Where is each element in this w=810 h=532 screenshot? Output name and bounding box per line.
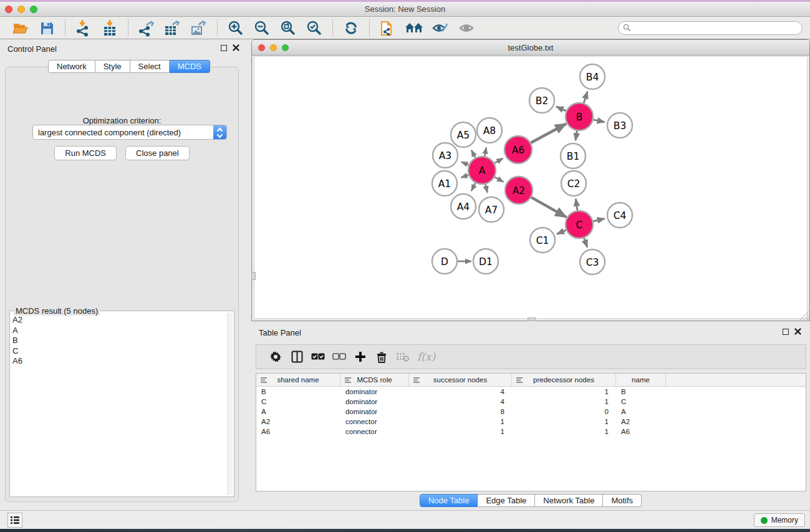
close-panel-icon[interactable] [233, 44, 239, 51]
node-C4[interactable]: C4 [607, 203, 632, 228]
first-neighbors-button[interactable] [405, 19, 423, 37]
delete-columns-button[interactable] [371, 347, 392, 366]
node-B2[interactable]: B2 [529, 88, 554, 113]
edge-A-A2[interactable] [494, 177, 503, 182]
node-A1[interactable]: A1 [432, 171, 457, 196]
edge-A-A7[interactable] [485, 184, 487, 192]
apply-layout-button[interactable] [342, 19, 360, 37]
edge-B-B1[interactable] [576, 131, 577, 141]
close-panel-icon[interactable] [794, 328, 801, 335]
node-A5[interactable]: A5 [451, 122, 476, 147]
save-session-button[interactable] [37, 19, 56, 37]
edge-A-A4[interactable] [471, 183, 476, 191]
node-B[interactable]: B [566, 103, 593, 130]
edge-A-A1[interactable] [461, 175, 468, 178]
mcds-result-list[interactable]: A2ABCA6 [12, 315, 226, 495]
close-panel-button[interactable]: Close panel [125, 146, 190, 160]
node-A4[interactable]: A4 [451, 194, 476, 219]
edge-A-A8[interactable] [485, 148, 486, 157]
column-header-shared-name[interactable]: shared name [256, 374, 340, 386]
zoom-in-button[interactable] [226, 19, 245, 37]
mcds-result-item[interactable]: A6 [12, 356, 226, 367]
new-network-from-selection-button[interactable] [378, 19, 397, 37]
edge-B-B3[interactable] [593, 120, 604, 122]
column-header-name[interactable]: name [616, 374, 666, 386]
node-C2[interactable]: C2 [561, 171, 586, 196]
mcds-result-item[interactable]: A [12, 326, 226, 336]
table-row[interactable]: A6connector11A6 [256, 427, 806, 437]
table-tab-network-table[interactable]: Network Table [535, 494, 603, 507]
network-window-titlebar[interactable]: testGlobe.txt [252, 40, 809, 56]
edge-A2-C[interactable] [531, 197, 566, 217]
export-image-button[interactable] [190, 19, 208, 37]
node-A2[interactable]: A2 [505, 177, 533, 204]
deselect-all-button[interactable] [329, 347, 350, 366]
split-divider-handle[interactable] [528, 317, 536, 321]
delete-table-button[interactable] [392, 347, 413, 366]
zoom-selected-button[interactable] [305, 19, 324, 37]
node-C3[interactable]: C3 [580, 249, 605, 274]
node-C1[interactable]: C1 [530, 228, 555, 253]
float-panel-icon[interactable] [783, 329, 789, 335]
edge-B-B4[interactable] [584, 92, 587, 103]
node-C[interactable]: C [566, 211, 593, 238]
optimization-criterion-select[interactable]: largest connected component (directed) [32, 125, 227, 140]
import-network-button[interactable] [74, 19, 93, 37]
table-row[interactable]: Bdominator41B [256, 387, 806, 397]
column-header-predecessor-nodes[interactable]: predecessor nodes [512, 374, 616, 386]
table-tab-edge-table[interactable]: Edge Table [478, 494, 535, 507]
mcds-result-item[interactable]: C [12, 346, 226, 357]
node-D[interactable]: D [432, 249, 457, 274]
node-A7[interactable]: A7 [479, 197, 504, 222]
node-A3[interactable]: A3 [433, 143, 458, 168]
edge-A-A3[interactable] [461, 162, 469, 165]
import-table-button[interactable] [100, 19, 119, 37]
search-input[interactable] [618, 21, 803, 35]
edge-A-A6[interactable] [494, 158, 503, 163]
node-B1[interactable]: B1 [561, 143, 586, 168]
zoom-out-button[interactable] [253, 19, 271, 37]
node-A[interactable]: A [468, 157, 496, 184]
float-panel-icon[interactable] [221, 45, 227, 51]
table-row[interactable]: Adominator80A [256, 407, 806, 417]
mcds-list-scrollbar[interactable] [227, 312, 233, 495]
node-B3[interactable]: B3 [607, 113, 632, 138]
node-D1[interactable]: D1 [473, 249, 498, 274]
show-columns-button[interactable] [286, 347, 307, 366]
column-header-mcds-role[interactable]: MCDS role [340, 374, 409, 386]
node-A8[interactable]: A8 [477, 118, 502, 143]
hide-selected-button[interactable] [431, 19, 450, 37]
edge-C-C2[interactable] [576, 199, 577, 210]
tab-style[interactable]: Style [95, 60, 130, 73]
edge-B-B2[interactable] [556, 107, 566, 111]
mcds-result-item[interactable]: A2 [12, 315, 226, 326]
edge-A-A5[interactable] [471, 150, 475, 158]
tab-mcds[interactable]: MCDS [170, 60, 210, 73]
network-canvas[interactable]: B4B2BB3A8A5A6B1A3AC2A1A2A4A7C4CC1C3DD1 [254, 56, 808, 319]
table-row[interactable]: A2connector11A2 [256, 417, 806, 427]
show-all-button[interactable] [457, 19, 476, 37]
split-divider-handle[interactable] [251, 272, 256, 280]
edge-C-C4[interactable] [593, 219, 604, 221]
table-settings-button[interactable] [265, 347, 286, 366]
mcds-result-item[interactable]: B [12, 336, 226, 346]
table-tab-motifs[interactable]: Motifs [603, 494, 642, 507]
column-header-successor-nodes[interactable]: successor nodes [409, 374, 512, 386]
export-table-button[interactable] [163, 19, 182, 37]
table-tab-node-table[interactable]: Node Table [420, 494, 478, 507]
tab-network[interactable]: Network [48, 60, 95, 73]
tab-select[interactable]: Select [130, 60, 170, 73]
function-builder-button[interactable]: f(x) [417, 351, 435, 363]
create-column-button[interactable] [350, 347, 371, 366]
export-network-button[interactable] [137, 19, 156, 37]
open-file-button[interactable] [11, 19, 30, 37]
table-row[interactable]: Cdominator41C [256, 397, 806, 407]
node-B4[interactable]: B4 [580, 64, 605, 89]
node-A6[interactable]: A6 [504, 136, 532, 163]
task-history-button[interactable] [7, 513, 22, 528]
memory-button[interactable]: Memory [754, 513, 805, 527]
edge-C-C1[interactable] [557, 230, 566, 234]
edge-A6-B[interactable] [531, 123, 566, 143]
edge-C-C3[interactable] [584, 238, 587, 248]
zoom-fit-button[interactable] [279, 19, 297, 37]
